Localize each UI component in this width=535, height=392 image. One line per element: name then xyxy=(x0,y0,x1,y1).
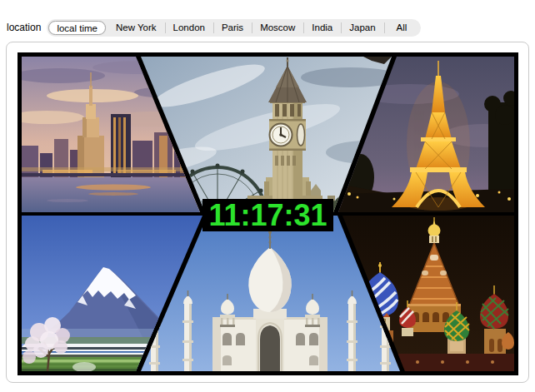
digital-clock: 11:17:31 xyxy=(202,199,333,231)
location-label: location xyxy=(7,22,41,33)
display-card: 11:17:31 xyxy=(6,42,529,383)
segment-japan[interactable]: Japan xyxy=(341,19,383,37)
location-segmented-control: local time New York London Paris Moscow … xyxy=(47,19,421,37)
segment-india[interactable]: India xyxy=(303,19,341,37)
segment-paris[interactable]: Paris xyxy=(213,19,252,37)
world-clock-collage: 11:17:31 xyxy=(18,52,518,375)
segment-new-york[interactable]: New York xyxy=(108,19,165,37)
location-control-row: location local time New York London Pari… xyxy=(7,18,421,37)
segment-moscow[interactable]: Moscow xyxy=(252,19,303,37)
segment-london[interactable]: London xyxy=(165,19,213,37)
segment-local-time[interactable]: local time xyxy=(48,21,106,35)
segment-all[interactable]: All xyxy=(384,19,420,37)
